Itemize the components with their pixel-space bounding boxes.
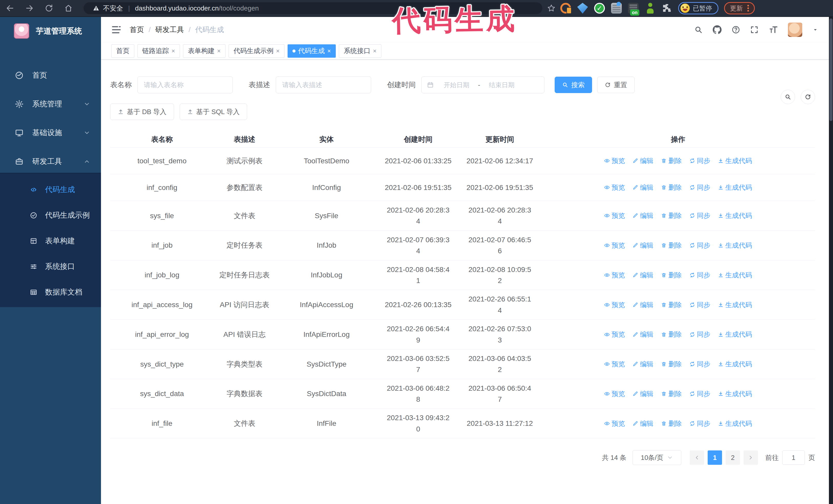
user-avatar[interactable] bbox=[788, 23, 802, 37]
import-from-db-button[interactable]: 基于 DB 导入 bbox=[110, 103, 174, 120]
row-action-delete[interactable]: 删除 bbox=[661, 211, 682, 221]
fullscreen-icon[interactable] bbox=[750, 25, 759, 34]
breadcrumb-devtools[interactable]: 研发工具 bbox=[155, 25, 184, 34]
row-action-delete[interactable]: 删除 bbox=[661, 300, 682, 310]
dark-on-icon[interactable]: on bbox=[628, 3, 639, 14]
row-action-preview[interactable]: 预览 bbox=[604, 389, 625, 399]
row-action-preview[interactable]: 预览 bbox=[604, 329, 625, 339]
start-date-input[interactable] bbox=[436, 81, 477, 89]
tab-1[interactable]: 链路追踪× bbox=[137, 44, 180, 58]
row-action-sync[interactable]: 同步 bbox=[689, 418, 710, 429]
sidebar-subitem-2[interactable]: 表单构建 bbox=[0, 228, 101, 254]
row-action-generate[interactable]: 生成代码 bbox=[718, 155, 752, 166]
page-button-2[interactable]: 2 bbox=[725, 450, 740, 465]
row-action-generate[interactable]: 生成代码 bbox=[718, 329, 752, 339]
row-action-edit[interactable]: 编辑 bbox=[633, 240, 653, 250]
header-search-icon[interactable] bbox=[694, 25, 703, 34]
row-action-sync[interactable]: 同步 bbox=[689, 182, 710, 193]
close-icon[interactable]: × bbox=[276, 48, 280, 54]
row-action-generate[interactable]: 生成代码 bbox=[718, 240, 752, 250]
sidebar-item-0[interactable]: 首页 bbox=[0, 61, 101, 90]
row-action-edit[interactable]: 编辑 bbox=[633, 155, 653, 166]
sidebar-subitem-0[interactable]: 代码生成 bbox=[0, 177, 101, 202]
refresh-table-button[interactable] bbox=[801, 90, 815, 104]
green-check-icon[interactable] bbox=[594, 3, 605, 14]
tab-4[interactable]: 代码生成× bbox=[288, 44, 336, 58]
kebab-menu-icon[interactable] bbox=[747, 4, 749, 12]
close-icon[interactable]: × bbox=[373, 48, 377, 54]
row-action-delete[interactable]: 删除 bbox=[661, 270, 682, 280]
help-icon[interactable] bbox=[732, 25, 740, 34]
scrollbar-thumb[interactable] bbox=[829, 19, 832, 121]
row-action-delete[interactable]: 删除 bbox=[661, 359, 682, 369]
next-page-button[interactable] bbox=[743, 450, 758, 465]
browser-update-button[interactable]: 更新 bbox=[724, 2, 755, 14]
row-action-preview[interactable]: 预览 bbox=[604, 240, 625, 250]
table-desc-input[interactable] bbox=[276, 76, 371, 93]
orange-doc-icon[interactable] bbox=[560, 3, 571, 14]
row-action-preview[interactable]: 预览 bbox=[604, 182, 625, 193]
row-action-delete[interactable]: 删除 bbox=[661, 389, 682, 399]
close-icon[interactable]: × bbox=[171, 48, 175, 54]
row-action-sync[interactable]: 同步 bbox=[689, 211, 710, 221]
row-action-sync[interactable]: 同步 bbox=[689, 270, 710, 280]
tab-3[interactable]: 代码生成示例× bbox=[229, 44, 285, 58]
close-icon[interactable]: × bbox=[217, 48, 221, 54]
row-action-edit[interactable]: 编辑 bbox=[633, 300, 653, 310]
bookmark-star-icon[interactable] bbox=[547, 4, 556, 13]
goto-page-input[interactable] bbox=[782, 450, 805, 465]
page-button-1[interactable]: 1 bbox=[708, 450, 722, 465]
avatar-caret-down-icon[interactable] bbox=[812, 26, 819, 33]
row-action-delete[interactable]: 删除 bbox=[661, 329, 682, 339]
sidebar-subitem-4[interactable]: 数据库文档 bbox=[0, 280, 101, 305]
table-name-input[interactable] bbox=[137, 76, 233, 93]
row-action-delete[interactable]: 删除 bbox=[661, 418, 682, 429]
row-action-sync[interactable]: 同步 bbox=[689, 155, 710, 166]
sidebar-subitem-1[interactable]: 代码生成示例 bbox=[0, 202, 101, 228]
row-action-edit[interactable]: 编辑 bbox=[633, 270, 653, 280]
browser-forward-icon[interactable] bbox=[25, 4, 34, 13]
end-date-input[interactable] bbox=[481, 81, 522, 89]
row-action-generate[interactable]: 生成代码 bbox=[718, 211, 752, 221]
row-action-preview[interactable]: 预览 bbox=[604, 359, 625, 369]
row-action-generate[interactable]: 生成代码 bbox=[718, 418, 752, 429]
row-action-edit[interactable]: 编辑 bbox=[633, 182, 653, 193]
row-action-preview[interactable]: 预览 bbox=[604, 211, 625, 221]
row-action-generate[interactable]: 生成代码 bbox=[718, 182, 752, 193]
row-action-sync[interactable]: 同步 bbox=[689, 300, 710, 310]
puzzle-icon[interactable] bbox=[662, 3, 672, 14]
page-size-select[interactable]: 10条/页 bbox=[633, 450, 681, 465]
row-action-sync[interactable]: 同步 bbox=[689, 329, 710, 339]
row-action-generate[interactable]: 生成代码 bbox=[718, 270, 752, 280]
reset-button[interactable]: 重置 bbox=[597, 77, 635, 93]
app-logo-block[interactable]: 芋道管理系统 bbox=[0, 17, 101, 45]
import-from-sql-button[interactable]: 基于 SQL 导入 bbox=[180, 103, 247, 120]
green-person-icon[interactable] bbox=[645, 3, 656, 14]
row-action-edit[interactable]: 编辑 bbox=[633, 389, 653, 399]
row-action-sync[interactable]: 同步 bbox=[689, 240, 710, 250]
row-action-sync[interactable]: 同步 bbox=[689, 359, 710, 369]
hamburger-icon[interactable] bbox=[111, 25, 121, 35]
sidebar-item-2[interactable]: 基础设施 bbox=[0, 118, 101, 147]
sidebar-item-1[interactable]: 系统管理 bbox=[0, 90, 101, 118]
breadcrumb-home[interactable]: 首页 bbox=[130, 25, 144, 34]
page-scrollbar[interactable] bbox=[829, 17, 833, 504]
row-action-sync[interactable]: 同步 bbox=[689, 389, 710, 399]
row-action-edit[interactable]: 编辑 bbox=[633, 418, 653, 429]
row-action-generate[interactable]: 生成代码 bbox=[718, 389, 752, 399]
sidebar-item-3[interactable]: 研发工具 bbox=[0, 147, 101, 176]
toggle-search-button[interactable] bbox=[781, 90, 795, 104]
browser-reload-icon[interactable] bbox=[45, 4, 53, 13]
row-action-edit[interactable]: 编辑 bbox=[633, 359, 653, 369]
prev-page-button[interactable] bbox=[690, 450, 704, 465]
row-action-preview[interactable]: 预览 bbox=[604, 300, 625, 310]
tab-5[interactable]: 系统接口× bbox=[339, 44, 381, 58]
row-action-delete[interactable]: 删除 bbox=[661, 240, 682, 250]
row-action-delete[interactable]: 删除 bbox=[661, 155, 682, 166]
blue-gem-icon[interactable] bbox=[577, 3, 588, 14]
row-action-edit[interactable]: 编辑 bbox=[633, 211, 653, 221]
tab-2[interactable]: 表单构建× bbox=[183, 44, 225, 58]
tab-0[interactable]: 首页 bbox=[111, 44, 134, 58]
row-action-preview[interactable]: 预览 bbox=[604, 155, 625, 166]
github-icon[interactable] bbox=[713, 25, 722, 34]
